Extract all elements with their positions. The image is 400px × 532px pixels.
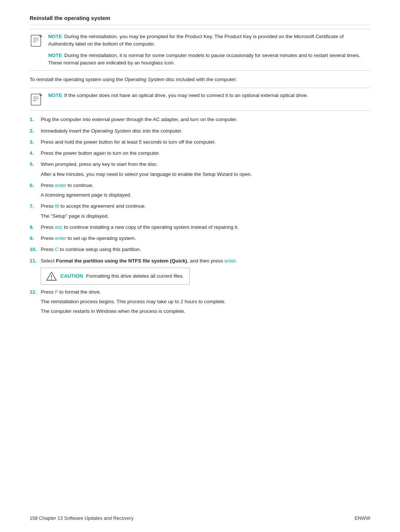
- step-12-post: to format the drive.: [58, 289, 101, 295]
- note-1-content: NOTEDuring the reinstallation, you may b…: [48, 33, 370, 67]
- step-11-post: , and then press: [187, 258, 224, 264]
- step-9-post: to set up the operating system.: [66, 235, 136, 241]
- step-9: 9. Press enter to set up the operating s…: [30, 235, 370, 242]
- caution-label: CAUTION: [60, 272, 83, 280]
- note-1-body: During the reinstallation, you may be pr…: [48, 34, 344, 47]
- note-block-1: NOTEDuring the reinstallation, you may b…: [30, 29, 370, 71]
- step-9-num: 9.: [30, 235, 41, 242]
- step-12-num: 12.: [30, 288, 41, 296]
- step-7: 7. Press f8 to accept the agreement and …: [30, 203, 370, 220]
- note-2-body: During the reinstallation, it is normal …: [48, 53, 360, 66]
- footer: 158 Chapter 13 Software Updates and Reco…: [30, 515, 370, 521]
- step-6-pre: Press: [41, 183, 55, 188]
- step-7-link: f8: [55, 203, 59, 209]
- step-2-num: 2.: [30, 127, 41, 135]
- page-content: Reinstall the operating system NOTEDurin…: [30, 15, 370, 315]
- step-9-text: Press enter to set up the operating syst…: [41, 235, 370, 242]
- step-6-sub: A licensing agreement page is displayed.: [30, 191, 370, 199]
- page-heading: Reinstall the operating system: [30, 15, 370, 21]
- step-6-post: to continue.: [66, 183, 94, 188]
- step-4-num: 4.: [30, 150, 41, 157]
- step-7-sub: The "Setup" page is displayed.: [30, 213, 370, 220]
- step-2-post: disc into the computer.: [131, 128, 183, 134]
- step-2-text: Immediately insert the Operating System …: [41, 127, 370, 135]
- step-12-sub1: The reinstallation process begins. This …: [30, 298, 370, 305]
- step-12-sub2: The computer restarts in Windows when th…: [30, 308, 370, 315]
- intro-paragraph: To reinstall the operating system using …: [30, 76, 370, 83]
- step-1: 1. Plug the computer into external power…: [30, 116, 370, 123]
- step-12-pre: Press: [41, 289, 55, 295]
- step-9-link: enter: [55, 235, 66, 241]
- step-3-num: 3.: [30, 138, 41, 146]
- footer-right: ENWW: [354, 515, 370, 521]
- intro-italic: Operating System: [124, 77, 164, 82]
- step-2: 2. Immediately insert the Operating Syst…: [30, 127, 370, 135]
- step-5: 5. When prompted, press any key to start…: [30, 161, 370, 178]
- step-10-link: C: [55, 247, 59, 252]
- note-3-body: If the computer does not have an optical…: [64, 93, 308, 98]
- step-10-num: 10.: [30, 246, 41, 253]
- step-12-text: Press F to format the drive.: [41, 288, 370, 296]
- step-9-pre: Press: [41, 235, 55, 241]
- step-11: 11. Select Format the partition using th…: [30, 257, 370, 285]
- caution-triangle-icon: [46, 271, 57, 281]
- step-10: 10. Press C to continue setup using this…: [30, 246, 370, 253]
- step-3: 3. Press and hold the power button for a…: [30, 138, 370, 146]
- step-5-num: 5.: [30, 161, 41, 168]
- note-3-label: NOTE: [48, 93, 62, 98]
- step-7-text: Press f8 to accept the agreement and con…: [41, 203, 370, 210]
- heading-divider: [30, 25, 370, 25]
- step-6-num: 6.: [30, 182, 41, 189]
- svg-point-10: [51, 278, 52, 279]
- step-8: 8. Press esc to continue installing a ne…: [30, 224, 370, 231]
- step-6: 6. Press enter to continue. A licensing …: [30, 182, 370, 199]
- step-8-pre: Press: [41, 224, 55, 230]
- step-11-num: 11.: [30, 257, 41, 265]
- step-11-end: .: [236, 258, 237, 264]
- step-11-bold: Format the partition using the NTFS file…: [56, 258, 187, 264]
- step-2-italic: Operating System: [91, 128, 131, 134]
- step-8-text: Press esc to continue installing a new c…: [41, 224, 370, 231]
- step-7-pre: Press: [41, 203, 55, 209]
- step-6-text: Press enter to continue.: [41, 182, 370, 189]
- step-10-text: Press C to continue setup using this par…: [41, 246, 370, 253]
- step-12: 12. Press F to format the drive. The rei…: [30, 288, 370, 315]
- step-10-post: to continue setup using this partition.: [59, 247, 141, 252]
- step-11-text: Select Format the partition using the NT…: [41, 257, 370, 265]
- intro-pre: To reinstall the operating system using …: [30, 77, 124, 82]
- step-1-text: Plug the computer into external power th…: [41, 116, 370, 123]
- note-block-3: NOTEIf the computer does not have an opt…: [30, 88, 370, 111]
- step-7-post: to accept the agreement and continue.: [59, 203, 146, 209]
- step-4-text: Press the power button again to turn on …: [41, 150, 370, 157]
- step-11-link: enter: [224, 258, 236, 264]
- note-1-label: NOTE: [48, 34, 62, 39]
- step-8-num: 8.: [30, 224, 41, 231]
- svg-rect-4: [31, 94, 41, 105]
- step-8-link: esc: [55, 224, 63, 230]
- note-1-text: NOTEDuring the reinstallation, you may b…: [48, 33, 370, 48]
- svg-rect-0: [31, 35, 41, 46]
- note-icon-1: [30, 34, 44, 48]
- step-1-num: 1.: [30, 116, 41, 123]
- step-2-pre: Immediately insert the: [41, 128, 91, 134]
- step-3-text: Press and hold the power button for at l…: [41, 138, 370, 146]
- note-icon-3: [30, 93, 44, 107]
- step-6-link: enter: [55, 183, 66, 188]
- footer-left: 158 Chapter 13 Software Updates and Reco…: [30, 515, 133, 521]
- step-5-text: When prompted, press any key to start fr…: [41, 161, 370, 168]
- note-2-label: NOTE: [48, 53, 62, 58]
- step-10-pre: Press: [41, 247, 55, 252]
- caution-block: CAUTION Formatting this drive deletes al…: [41, 268, 190, 285]
- step-12-link: F: [55, 289, 58, 295]
- step-4: 4. Press the power button again to turn …: [30, 150, 370, 157]
- step-7-num: 7.: [30, 203, 41, 210]
- note-3-content: NOTEIf the computer does not have an opt…: [48, 92, 308, 99]
- step-8-post: to continue installing a new copy of the…: [63, 224, 239, 230]
- caution-text: Formatting this drive deletes all curren…: [86, 272, 184, 280]
- steps-list: 1. Plug the computer into external power…: [30, 116, 370, 315]
- step-11-pre: Select: [41, 258, 56, 264]
- step-5-sub: After a few minutes, you may need to sel…: [30, 171, 370, 178]
- intro-end: disc included with the computer:: [164, 77, 237, 82]
- note-2-text: NOTEDuring the reinstallation, it is nor…: [48, 52, 370, 67]
